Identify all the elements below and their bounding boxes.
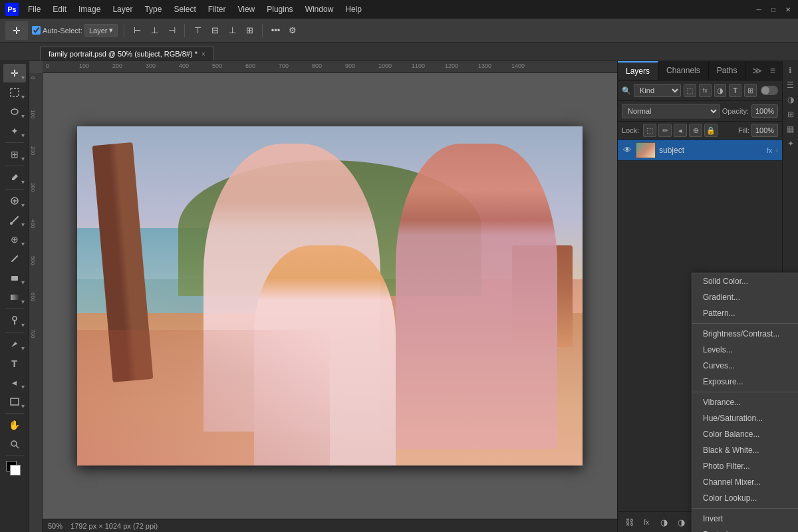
maximize-button[interactable]: □ bbox=[769, 5, 778, 14]
auto-select-checkbox[interactable] bbox=[32, 26, 41, 35]
ctx-solid-color[interactable]: Solid Color... bbox=[692, 273, 798, 289]
minimize-button[interactable]: ─ bbox=[754, 5, 763, 14]
menu-edit[interactable]: Edit bbox=[47, 3, 72, 15]
align-top-icon[interactable]: ⊤ bbox=[191, 24, 204, 37]
layer-visibility-toggle[interactable]: 👁 bbox=[622, 145, 632, 156]
styles-btn[interactable]: ✦ bbox=[784, 137, 797, 150]
status-bar: 50% 1792 px × 1024 px (72 ppi) bbox=[43, 519, 617, 532]
ctx-posterize[interactable]: Posterize... bbox=[692, 527, 798, 532]
magic-wand-tool[interactable]: ✦▾ bbox=[3, 122, 26, 140]
align-bottom-icon[interactable]: ⊥ bbox=[225, 24, 239, 37]
text-tool[interactable]: T bbox=[3, 354, 26, 372]
ctx-exposure[interactable]: Exposure... bbox=[692, 374, 798, 390]
close-button[interactable]: ✕ bbox=[783, 5, 793, 14]
tab-channels[interactable]: Channels bbox=[658, 62, 709, 79]
move-tool-options[interactable]: ✛ bbox=[5, 21, 28, 40]
ctx-black-white[interactable]: Black & White... bbox=[692, 442, 798, 458]
gradient-tool[interactable]: ▾ bbox=[3, 288, 26, 307]
align-right-icon[interactable]: ⊣ bbox=[165, 24, 178, 37]
tab-close-button[interactable]: × bbox=[201, 51, 205, 58]
filter-kind-dropdown[interactable]: Kind Name Effect Mode Attribute Color bbox=[634, 84, 681, 97]
ctx-color-balance[interactable]: Color Balance... bbox=[692, 426, 798, 442]
crop-tool[interactable]: ⊞▾ bbox=[3, 145, 26, 164]
foreground-color[interactable] bbox=[3, 458, 26, 477]
filter-adj-btn[interactable]: ◑ bbox=[714, 84, 727, 97]
clone-stamp-tool[interactable]: ⊕▾ bbox=[3, 230, 26, 249]
menu-help[interactable]: Help bbox=[340, 3, 367, 15]
lock-transparent-btn[interactable]: ⬚ bbox=[643, 124, 656, 137]
filter-toggle[interactable] bbox=[761, 86, 778, 95]
menu-file[interactable]: File bbox=[23, 3, 46, 15]
settings-icon[interactable]: ⚙ bbox=[286, 24, 299, 37]
adjustments-btn[interactable]: ◑ bbox=[784, 93, 797, 106]
brush-tool[interactable]: ▾ bbox=[3, 211, 26, 229]
tab-layers[interactable]: Layers bbox=[618, 61, 658, 80]
align-center-h-icon[interactable]: ⊥ bbox=[148, 24, 161, 37]
ctx-levels[interactable]: Levels... bbox=[692, 342, 798, 358]
menu-image[interactable]: Image bbox=[73, 3, 106, 15]
add-style-btn[interactable]: fx bbox=[639, 515, 654, 529]
panel-menu-icon[interactable]: ≡ bbox=[767, 64, 778, 77]
menu-filter[interactable]: Filter bbox=[203, 3, 231, 15]
filter-smart-btn[interactable]: ⊞ bbox=[744, 84, 757, 97]
add-mask-btn[interactable]: ◑ bbox=[656, 515, 671, 529]
ctx-brightness-contrast[interactable]: Brightness/Contrast... bbox=[692, 326, 798, 342]
layer-fx-badge[interactable]: fx bbox=[767, 146, 773, 154]
lasso-tool[interactable]: ▾ bbox=[3, 102, 26, 121]
add-adjustment-btn[interactable]: ◑ bbox=[674, 515, 688, 529]
menu-plugins[interactable]: Plugins bbox=[261, 3, 298, 15]
menu-window[interactable]: Window bbox=[300, 3, 339, 15]
layer-expand-arrow[interactable]: › bbox=[775, 146, 778, 154]
ctx-color-lookup[interactable]: Color Lookup... bbox=[692, 490, 798, 506]
fill-value[interactable]: 100% bbox=[751, 124, 778, 137]
lock-all-btn[interactable]: 🔒 bbox=[704, 124, 718, 137]
move-tool[interactable]: ✛▾ bbox=[3, 64, 26, 82]
history-brush-tool[interactable] bbox=[3, 249, 26, 268]
filter-text-btn[interactable]: T bbox=[729, 84, 741, 97]
dodge-tool[interactable]: ▾ bbox=[3, 311, 26, 330]
hand-tool[interactable]: ✋ bbox=[3, 416, 26, 434]
healing-brush-tool[interactable]: ▾ bbox=[3, 192, 26, 210]
menu-view[interactable]: View bbox=[232, 3, 260, 15]
svg-point-8 bbox=[13, 317, 17, 321]
pen-tool[interactable]: ▾ bbox=[3, 334, 26, 353]
more-options-icon[interactable]: ••• bbox=[269, 24, 282, 37]
menu-select[interactable]: Select bbox=[168, 3, 201, 15]
lock-position-btn[interactable]: ◂ bbox=[674, 124, 687, 137]
layer-dropdown[interactable]: Layer ▾ bbox=[84, 24, 118, 37]
ctx-pattern[interactable]: Pattern... bbox=[692, 305, 798, 321]
properties-btn[interactable]: ℹ bbox=[784, 64, 797, 77]
ctx-invert[interactable]: Invert bbox=[692, 511, 798, 527]
ctx-hue-saturation[interactable]: Hue/Saturation... bbox=[692, 410, 798, 426]
ctx-channel-mixer[interactable]: Channel Mixer... bbox=[692, 474, 798, 490]
marquee-tool[interactable]: ▾ bbox=[3, 83, 26, 102]
document-tab[interactable]: family portrait.psd @ 50% (subject, RGB/… bbox=[40, 47, 214, 61]
path-select-tool[interactable]: ◂▾ bbox=[3, 373, 26, 392]
distribute-icon[interactable]: ⊞ bbox=[243, 24, 256, 37]
filter-pixel-btn[interactable]: ⬚ bbox=[684, 84, 696, 97]
panel-expand-icon[interactable]: ≫ bbox=[749, 64, 765, 77]
link-layers-btn[interactable]: ⛓ bbox=[622, 515, 636, 529]
align-left-icon[interactable]: ⊢ bbox=[130, 24, 144, 37]
opacity-value[interactable]: 100% bbox=[751, 104, 778, 118]
menu-type[interactable]: Type bbox=[139, 3, 167, 15]
zoom-tool[interactable] bbox=[3, 435, 26, 454]
ctx-curves[interactable]: Curves... bbox=[692, 358, 798, 374]
eyedropper-tool[interactable]: ▾ bbox=[3, 168, 26, 187]
ctx-photo-filter[interactable]: Photo Filter... bbox=[692, 458, 798, 474]
lock-pixel-btn[interactable]: ✏ bbox=[658, 124, 672, 137]
shape-tool[interactable]: ▾ bbox=[3, 392, 26, 411]
align-center-v-icon[interactable]: ⊟ bbox=[208, 24, 221, 37]
tab-paths[interactable]: Paths bbox=[709, 62, 746, 79]
menu-layer[interactable]: Layer bbox=[107, 3, 138, 15]
ctx-gradient[interactable]: Gradient... bbox=[692, 289, 798, 305]
patterns-btn[interactable]: ⊞ bbox=[784, 108, 797, 121]
filter-fx-btn[interactable]: fx bbox=[699, 84, 712, 97]
blend-mode-dropdown[interactable]: Normal Dissolve Multiply Screen Overlay bbox=[622, 104, 720, 118]
ctx-vibrance[interactable]: Vibrance... bbox=[692, 394, 798, 410]
gradients-btn[interactable]: ▦ bbox=[784, 122, 797, 136]
eraser-tool[interactable]: ▾ bbox=[3, 269, 26, 287]
libraries-btn[interactable]: ☰ bbox=[784, 78, 797, 92]
layer-item[interactable]: 👁 subject fx › bbox=[618, 140, 782, 161]
lock-artboard-btn[interactable]: ⊕ bbox=[689, 124, 702, 137]
